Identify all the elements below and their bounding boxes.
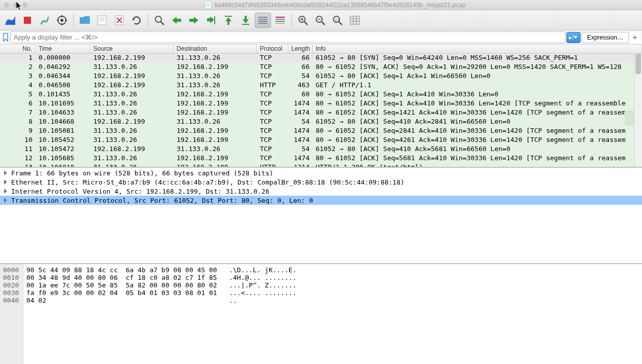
packet-bytes-pane[interactable]: 00000010002000300040 90 5c 44 09 88 18 4… <box>0 264 642 364</box>
packet-row[interactable]: 710.10463331.133.0.26192.168.2.199TCP147… <box>0 108 642 118</box>
display-filter-input[interactable] <box>10 31 565 43</box>
main-toolbar: 1:1 <box>0 10 642 30</box>
colorize-button[interactable] <box>272 13 288 28</box>
go-forward-button[interactable] <box>186 13 202 28</box>
col-protocol[interactable]: Protocol <box>257 45 288 53</box>
packet-row[interactable]: 50.10143531.133.0.26192.168.2.199TCP6080… <box>0 90 642 99</box>
toolbar-separator <box>73 14 74 27</box>
packet-row[interactable]: 910.10508131.133.0.26192.168.2.199TCP147… <box>0 127 642 136</box>
wireshark-icon[interactable] <box>2 13 18 28</box>
svg-rect-24 <box>276 19 285 20</box>
filter-toolbar: ▸ Expression… + <box>0 30 642 45</box>
svg-line-32 <box>322 22 325 25</box>
toolbar-separator <box>148 14 148 27</box>
packet-row[interactable]: 1110.105472192.168.2.19931.133.0.26TCP54… <box>0 145 642 154</box>
goto-packet-button[interactable] <box>203 13 219 28</box>
zoom-in-button[interactable] <box>295 13 311 28</box>
expression-button[interactable]: Expression… <box>582 32 629 43</box>
packet-list-header[interactable]: No. Time Source Destination Protocol Len… <box>0 45 642 54</box>
auto-scroll-button[interactable] <box>255 13 271 28</box>
reload-button[interactable] <box>128 13 145 28</box>
packet-row[interactable]: 1010.10545231.133.0.26192.168.2.199TCP14… <box>0 136 642 145</box>
tree-item[interactable]: Internet Protocol Version 4, Src: 192.16… <box>0 187 642 196</box>
col-info[interactable]: Info <box>313 45 642 53</box>
zoom-window[interactable] <box>22 3 27 8</box>
tree-item[interactable]: Transmission Control Protocol, Src Port:… <box>0 196 642 205</box>
window-title-wrap: ba468c54d7dfd8393349ceb40dcdaf939244f22c… <box>32 1 638 9</box>
close-file-button[interactable] <box>111 13 127 28</box>
add-filter-button[interactable]: + <box>630 32 640 43</box>
svg-rect-19 <box>258 17 267 18</box>
stop-capture-button[interactable] <box>19 13 36 28</box>
svg-rect-23 <box>276 17 285 18</box>
titlebar: ba468c54d7dfd8393349ceb40dcdaf939244f22c… <box>0 0 642 10</box>
find-packet-button[interactable] <box>151 13 167 28</box>
packet-row[interactable]: 1210.10568531.133.0.26192.168.2.199TCP14… <box>0 154 642 163</box>
packet-row[interactable]: 20.04629231.133.0.26192.168.2.199TCP6680… <box>0 63 642 72</box>
tree-item[interactable]: Frame 1: 66 bytes on wire (528 bits), 66… <box>0 168 642 177</box>
svg-point-14 <box>155 16 161 22</box>
filter-apply-dropdown[interactable]: ▸ <box>566 32 581 43</box>
toolbar-separator <box>291 14 292 27</box>
svg-rect-25 <box>276 21 285 22</box>
svg-line-15 <box>161 22 164 25</box>
window-title: ba468c54d7dfd8393349ceb40dcdaf939244f22c… <box>214 2 465 9</box>
svg-rect-20 <box>258 19 267 20</box>
tree-item[interactable]: Ethernet II, Src: Micro-St_4b:a7:b9 (4c:… <box>0 177 642 187</box>
packet-row[interactable]: 40.046508192.168.2.19931.133.0.26HTTP463… <box>0 81 642 90</box>
goto-first-button[interactable] <box>220 13 236 28</box>
svg-rect-7 <box>98 16 106 25</box>
svg-line-35 <box>339 22 342 25</box>
window-controls <box>4 3 27 8</box>
svg-rect-0 <box>24 17 31 24</box>
col-destination[interactable]: Destination <box>174 45 257 53</box>
hex-dump[interactable]: 90 5c 44 09 88 18 4c cc 6a 4b a7 b9 08 0… <box>23 264 299 364</box>
packet-list-pane: No. Time Source Destination Protocol Len… <box>0 45 642 168</box>
expand-icon[interactable] <box>2 197 9 204</box>
close-window[interactable] <box>4 3 9 8</box>
go-back-button[interactable] <box>168 13 185 28</box>
open-file-button[interactable] <box>77 13 93 28</box>
restart-capture-button[interactable] <box>37 13 53 28</box>
expand-icon[interactable] <box>2 178 9 186</box>
packet-row[interactable]: 810.104668192.168.2.19931.133.0.26TCP546… <box>0 118 642 127</box>
col-length[interactable]: Length <box>288 45 313 53</box>
packet-list-scrollbar[interactable] <box>634 54 642 167</box>
capture-options-button[interactable] <box>54 13 70 28</box>
hex-offsets: 00000010002000300040 <box>0 264 23 364</box>
zoom-reset-button[interactable]: 1:1 <box>329 13 346 28</box>
file-icon <box>205 1 212 9</box>
save-file-button[interactable] <box>94 13 110 28</box>
svg-rect-22 <box>258 23 267 24</box>
svg-text:1:1: 1:1 <box>335 18 340 21</box>
goto-last-button[interactable] <box>238 13 254 28</box>
svg-point-2 <box>60 19 63 22</box>
packet-details-pane[interactable]: Frame 1: 66 bytes on wire (528 bits), 66… <box>0 168 642 264</box>
svg-rect-21 <box>258 21 267 22</box>
svg-rect-26 <box>276 23 285 24</box>
packet-row[interactable]: 10.000000192.168.2.19931.133.0.26TCP6661… <box>0 54 642 63</box>
packet-minimap <box>625 54 634 167</box>
packet-row[interactable]: 610.10169531.133.0.26192.168.2.199TCP147… <box>0 99 642 108</box>
svg-rect-37 <box>350 16 359 24</box>
zoom-out-button[interactable] <box>312 13 328 28</box>
col-no[interactable]: No. <box>0 45 36 53</box>
col-source[interactable]: Source <box>90 45 174 53</box>
expand-icon[interactable] <box>2 169 9 176</box>
expand-icon[interactable] <box>2 188 9 195</box>
packet-row[interactable]: 1310.10601031.133.0.26192.168.2.199HTTP1… <box>0 163 642 168</box>
packet-list-body[interactable]: 10.000000192.168.2.19931.133.0.26TCP6661… <box>0 54 642 168</box>
packet-row[interactable]: 30.046344192.168.2.19931.133.0.26TCP5461… <box>0 72 642 81</box>
bookmark-icon[interactable] <box>2 33 9 42</box>
cursor-icon <box>16 2 22 11</box>
col-time[interactable]: Time <box>36 45 90 53</box>
svg-line-28 <box>305 22 308 25</box>
resize-columns-button[interactable] <box>347 13 363 28</box>
